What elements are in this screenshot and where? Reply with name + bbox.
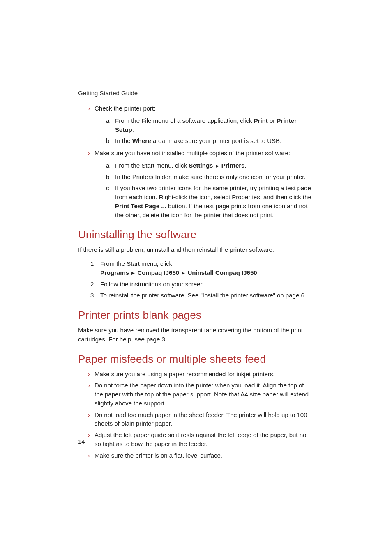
triangle-right-icon: ▶	[131, 271, 135, 275]
bullet-text: Do not force the paper down into the pri…	[95, 382, 309, 407]
sub-letter: b	[106, 136, 109, 145]
step-2: 2 Follow the instructions on your screen…	[86, 280, 314, 289]
chevron-right-icon: ›	[88, 104, 90, 113]
sub-item-c: c If you have two printer icons for the …	[99, 184, 314, 219]
heading-misfeeds: Paper misfeeds or multiple sheets feed	[78, 353, 314, 366]
page-header: Getting Started Guide	[78, 90, 314, 97]
chevron-right-icon: ›	[88, 381, 90, 390]
sub-item-b: b In the Where area, make sure your prin…	[99, 136, 314, 145]
uninstall-steps: 1 From the Start menu, click: Programs ▶…	[86, 259, 314, 300]
bullet-check-port: › Check the printer port: a From the Fil…	[78, 104, 314, 145]
bullet-text: Make sure the printer is on a flat, leve…	[95, 452, 222, 459]
triangle-right-icon: ▶	[216, 164, 219, 168]
sub-text: From the Start menu, click Settings ▶ Pr…	[115, 162, 247, 169]
bullet-adjust-guide: › Adjust the left paper guide so it rest…	[78, 431, 314, 449]
step-3: 3 To reinstall the printer software, See…	[86, 291, 314, 300]
bullet-flat-surface: › Make sure the printer is on a flat, le…	[78, 451, 314, 460]
bullet-do-not-force: › Do not force the paper down into the p…	[78, 381, 314, 408]
bullet-do-not-overload: › Do not load too much paper in the shee…	[78, 410, 314, 428]
bullet-paper-recommended: › Make sure you are using a paper recomm…	[78, 370, 314, 379]
sub-letter: b	[106, 173, 109, 182]
sub-list: a From the Start menu, click Settings ▶ …	[99, 161, 314, 220]
step-number: 2	[90, 280, 94, 289]
sub-text: If you have two printer icons for the sa…	[115, 184, 311, 218]
paragraph-blank-pages: Make sure you have removed the transpare…	[78, 326, 314, 344]
heading-blank-pages: Printer prints blank pages	[78, 309, 314, 322]
sub-letter: c	[106, 184, 109, 193]
sub-letter: a	[106, 161, 109, 170]
chevron-right-icon: ›	[88, 431, 90, 440]
step-path: Programs ▶ Compaq IJ650 ▶ Uninstall Comp…	[100, 269, 259, 276]
sub-text: In the Printers folder, make sure there …	[115, 173, 306, 180]
step-text: To reinstall the printer software, See "…	[100, 292, 306, 299]
heading-uninstall: Uninstalling the software	[78, 228, 314, 241]
step-1: 1 From the Start menu, click: Programs ▶…	[86, 259, 314, 277]
bullet-text: Do not load too much paper in the sheet …	[95, 411, 307, 427]
sub-item-a: a From the Start menu, click Settings ▶ …	[99, 161, 314, 170]
sub-text: In the Where area, make sure your printe…	[115, 137, 281, 144]
document-page: Getting Started Guide › Check the printe…	[0, 0, 392, 460]
step-text: From the Start menu, click:	[100, 260, 174, 267]
bullet-multiple-copies: › Make sure you have not installed multi…	[78, 149, 314, 219]
misfeed-bullets: › Make sure you are using a paper recomm…	[78, 370, 314, 460]
chevron-right-icon: ›	[88, 149, 90, 158]
bullet-text: Adjust the left paper guide so it rests …	[95, 431, 308, 447]
step-text: Follow the instructions on your screen.	[100, 281, 205, 288]
step-number: 3	[90, 291, 94, 300]
step-number: 1	[90, 259, 94, 268]
triangle-right-icon: ▶	[182, 271, 185, 275]
bullet-text: Check the printer port:	[95, 105, 155, 112]
bullet-text: Make sure you are using a paper recommen…	[95, 371, 275, 378]
sub-item-a: a From the File menu of a software appli…	[99, 116, 314, 134]
page-number: 14	[78, 438, 85, 445]
sub-letter: a	[106, 116, 109, 125]
chevron-right-icon: ›	[88, 370, 90, 379]
sub-text: From the File menu of a software applica…	[115, 117, 297, 133]
bullet-text: Make sure you have not installed multipl…	[95, 150, 290, 157]
sub-item-b: b In the Printers folder, make sure ther…	[99, 173, 314, 182]
chevron-right-icon: ›	[88, 451, 90, 460]
sub-list: a From the File menu of a software appli…	[99, 116, 314, 145]
troubleshoot-bullets: › Check the printer port: a From the Fil…	[78, 104, 314, 219]
chevron-right-icon: ›	[88, 410, 90, 419]
paragraph-uninstall-intro: If there is still a problem, uninstall a…	[78, 245, 314, 254]
